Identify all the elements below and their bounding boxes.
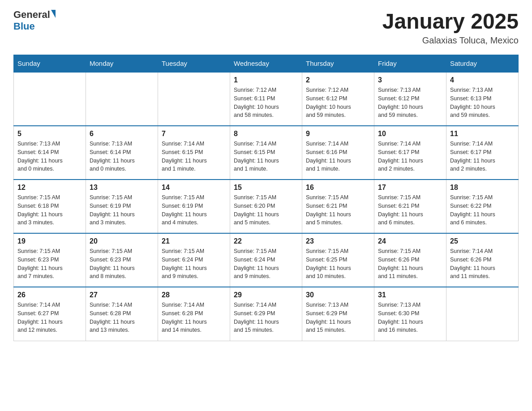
calendar-day-cell: 30Sunrise: 7:13 AM Sunset: 6:29 PM Dayli…	[302, 287, 374, 341]
calendar-day-cell: 16Sunrise: 7:15 AM Sunset: 6:21 PM Dayli…	[302, 180, 374, 233]
day-info: Sunrise: 7:14 AM Sunset: 6:15 PM Dayligh…	[234, 140, 298, 173]
day-info: Sunrise: 7:15 AM Sunset: 6:23 PM Dayligh…	[90, 247, 154, 281]
day-info: Sunrise: 7:15 AM Sunset: 6:20 PM Dayligh…	[234, 193, 298, 227]
day-number: 29	[234, 291, 298, 299]
calendar-week-row: 12Sunrise: 7:15 AM Sunset: 6:18 PM Dayli…	[14, 180, 519, 233]
calendar-day-cell: 7Sunrise: 7:14 AM Sunset: 6:15 PM Daylig…	[158, 126, 230, 180]
location-text: Galaxias Toluca, Mexico	[382, 35, 519, 46]
day-info: Sunrise: 7:15 AM Sunset: 6:26 PM Dayligh…	[378, 247, 442, 281]
day-info: Sunrise: 7:14 AM Sunset: 6:17 PM Dayligh…	[378, 140, 442, 173]
calendar-week-row: 26Sunrise: 7:14 AM Sunset: 6:27 PM Dayli…	[14, 287, 519, 341]
weekday-header-sunday: Sunday	[14, 55, 86, 73]
weekday-header-tuesday: Tuesday	[158, 55, 230, 73]
day-number: 3	[378, 76, 442, 84]
day-info: Sunrise: 7:15 AM Sunset: 6:21 PM Dayligh…	[378, 193, 442, 227]
day-number: 11	[450, 130, 515, 138]
calendar-week-row: 5Sunrise: 7:13 AM Sunset: 6:14 PM Daylig…	[14, 126, 519, 180]
day-number: 10	[378, 130, 442, 138]
day-number: 20	[90, 237, 154, 245]
day-info: Sunrise: 7:15 AM Sunset: 6:24 PM Dayligh…	[162, 247, 226, 281]
title-section: January 2025 Galaxias Toluca, Mexico	[382, 9, 519, 46]
logo: General Blue	[13, 9, 56, 32]
weekday-header-thursday: Thursday	[302, 55, 374, 73]
calendar-header-row: SundayMondayTuesdayWednesdayThursdayFrid…	[14, 55, 519, 73]
calendar-day-cell: 17Sunrise: 7:15 AM Sunset: 6:21 PM Dayli…	[374, 180, 446, 233]
logo-blue-text: Blue	[13, 21, 35, 32]
day-info: Sunrise: 7:15 AM Sunset: 6:19 PM Dayligh…	[90, 193, 154, 227]
day-number: 13	[90, 184, 154, 192]
calendar-day-cell: 27Sunrise: 7:14 AM Sunset: 6:28 PM Dayli…	[86, 287, 158, 341]
day-info: Sunrise: 7:13 AM Sunset: 6:29 PM Dayligh…	[306, 301, 370, 334]
weekday-header-wednesday: Wednesday	[230, 55, 302, 73]
day-number: 7	[162, 130, 226, 138]
day-info: Sunrise: 7:14 AM Sunset: 6:16 PM Dayligh…	[306, 140, 370, 173]
day-number: 31	[378, 291, 442, 299]
day-number: 21	[162, 237, 226, 245]
day-number: 19	[17, 237, 82, 245]
day-number: 8	[234, 130, 298, 138]
calendar-day-cell: 9Sunrise: 7:14 AM Sunset: 6:16 PM Daylig…	[302, 126, 374, 180]
day-info: Sunrise: 7:15 AM Sunset: 6:18 PM Dayligh…	[17, 193, 82, 227]
day-number: 18	[450, 184, 515, 192]
page-header: General Blue January 2025 Galaxias Toluc…	[13, 9, 519, 46]
weekday-header-monday: Monday	[86, 55, 158, 73]
calendar-week-row: 19Sunrise: 7:15 AM Sunset: 6:23 PM Dayli…	[14, 233, 519, 287]
calendar-day-cell	[446, 287, 519, 341]
day-info: Sunrise: 7:14 AM Sunset: 6:26 PM Dayligh…	[450, 247, 515, 281]
calendar-day-cell: 5Sunrise: 7:13 AM Sunset: 6:14 PM Daylig…	[14, 126, 86, 180]
day-number: 12	[17, 184, 82, 192]
day-number: 1	[234, 76, 298, 84]
calendar-day-cell: 4Sunrise: 7:13 AM Sunset: 6:13 PM Daylig…	[446, 72, 519, 126]
weekday-header-saturday: Saturday	[446, 55, 519, 73]
day-info: Sunrise: 7:13 AM Sunset: 6:30 PM Dayligh…	[378, 301, 442, 334]
day-info: Sunrise: 7:15 AM Sunset: 6:21 PM Dayligh…	[306, 193, 370, 227]
day-info: Sunrise: 7:15 AM Sunset: 6:23 PM Dayligh…	[17, 247, 82, 281]
day-number: 28	[162, 291, 226, 299]
calendar-day-cell: 19Sunrise: 7:15 AM Sunset: 6:23 PM Dayli…	[14, 233, 86, 287]
calendar-week-row: 1Sunrise: 7:12 AM Sunset: 6:11 PM Daylig…	[14, 72, 519, 126]
calendar-day-cell: 29Sunrise: 7:14 AM Sunset: 6:29 PM Dayli…	[230, 287, 302, 341]
calendar-day-cell: 23Sunrise: 7:15 AM Sunset: 6:25 PM Dayli…	[302, 233, 374, 287]
day-info: Sunrise: 7:13 AM Sunset: 6:14 PM Dayligh…	[90, 140, 154, 173]
day-number: 22	[234, 237, 298, 245]
day-info: Sunrise: 7:14 AM Sunset: 6:28 PM Dayligh…	[162, 301, 226, 334]
calendar-day-cell: 14Sunrise: 7:15 AM Sunset: 6:19 PM Dayli…	[158, 180, 230, 233]
calendar-day-cell: 8Sunrise: 7:14 AM Sunset: 6:15 PM Daylig…	[230, 126, 302, 180]
calendar-day-cell: 20Sunrise: 7:15 AM Sunset: 6:23 PM Dayli…	[86, 233, 158, 287]
calendar-day-cell: 6Sunrise: 7:13 AM Sunset: 6:14 PM Daylig…	[86, 126, 158, 180]
day-info: Sunrise: 7:14 AM Sunset: 6:17 PM Dayligh…	[450, 140, 515, 173]
logo-general-text: General	[13, 9, 50, 21]
calendar-day-cell: 26Sunrise: 7:14 AM Sunset: 6:27 PM Dayli…	[14, 287, 86, 341]
day-info: Sunrise: 7:13 AM Sunset: 6:13 PM Dayligh…	[450, 86, 515, 120]
day-info: Sunrise: 7:15 AM Sunset: 6:25 PM Dayligh…	[306, 247, 370, 281]
calendar-day-cell	[14, 72, 86, 126]
calendar-day-cell: 13Sunrise: 7:15 AM Sunset: 6:19 PM Dayli…	[86, 180, 158, 233]
calendar-day-cell: 24Sunrise: 7:15 AM Sunset: 6:26 PM Dayli…	[374, 233, 446, 287]
day-info: Sunrise: 7:13 AM Sunset: 6:14 PM Dayligh…	[17, 140, 82, 173]
day-number: 16	[306, 184, 370, 192]
day-number: 15	[234, 184, 298, 192]
calendar-day-cell: 18Sunrise: 7:15 AM Sunset: 6:22 PM Dayli…	[446, 180, 519, 233]
logo-triangle-icon	[51, 10, 56, 18]
day-number: 23	[306, 237, 370, 245]
calendar-day-cell: 31Sunrise: 7:13 AM Sunset: 6:30 PM Dayli…	[374, 287, 446, 341]
day-number: 25	[450, 237, 515, 245]
calendar-day-cell: 10Sunrise: 7:14 AM Sunset: 6:17 PM Dayli…	[374, 126, 446, 180]
day-info: Sunrise: 7:14 AM Sunset: 6:27 PM Dayligh…	[17, 301, 82, 334]
day-info: Sunrise: 7:12 AM Sunset: 6:12 PM Dayligh…	[306, 86, 370, 120]
calendar-day-cell: 11Sunrise: 7:14 AM Sunset: 6:17 PM Dayli…	[446, 126, 519, 180]
month-title: January 2025	[382, 9, 519, 34]
day-info: Sunrise: 7:15 AM Sunset: 6:19 PM Dayligh…	[162, 193, 226, 227]
calendar-day-cell: 22Sunrise: 7:15 AM Sunset: 6:24 PM Dayli…	[230, 233, 302, 287]
calendar-day-cell: 25Sunrise: 7:14 AM Sunset: 6:26 PM Dayli…	[446, 233, 519, 287]
calendar-day-cell: 12Sunrise: 7:15 AM Sunset: 6:18 PM Dayli…	[14, 180, 86, 233]
day-info: Sunrise: 7:14 AM Sunset: 6:15 PM Dayligh…	[162, 140, 226, 173]
day-number: 26	[17, 291, 82, 299]
day-info: Sunrise: 7:13 AM Sunset: 6:12 PM Dayligh…	[378, 86, 442, 120]
day-number: 6	[90, 130, 154, 138]
calendar-day-cell: 2Sunrise: 7:12 AM Sunset: 6:12 PM Daylig…	[302, 72, 374, 126]
day-info: Sunrise: 7:14 AM Sunset: 6:28 PM Dayligh…	[90, 301, 154, 334]
calendar-day-cell	[86, 72, 158, 126]
calendar-day-cell: 21Sunrise: 7:15 AM Sunset: 6:24 PM Dayli…	[158, 233, 230, 287]
calendar-day-cell: 1Sunrise: 7:12 AM Sunset: 6:11 PM Daylig…	[230, 72, 302, 126]
